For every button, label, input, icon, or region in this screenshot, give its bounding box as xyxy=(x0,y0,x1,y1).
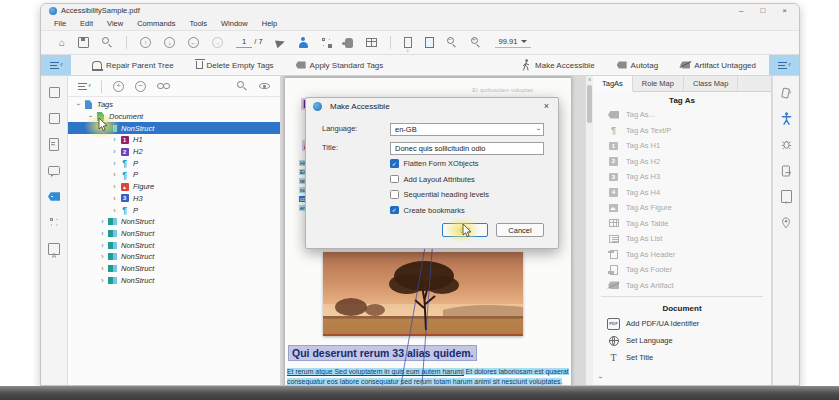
tag-as-h2-button[interactable]: 2Tag As H2 xyxy=(593,154,771,170)
menu-view[interactable]: View xyxy=(100,19,130,28)
file-alert-button[interactable]: ! xyxy=(780,190,793,203)
attachment-button[interactable] xyxy=(48,138,61,151)
hand-tool-button[interactable] xyxy=(345,38,353,48)
ok-button[interactable]: OK xyxy=(442,223,488,237)
device-rotate-button[interactable] xyxy=(780,86,793,99)
tree-item-tags[interactable]: ›Tags xyxy=(68,99,280,111)
tree-item-h2[interactable]: ›2H2 xyxy=(68,146,280,158)
title-input[interactable]: Donec quis sollicitudin odio xyxy=(390,142,544,155)
single-page-button[interactable] xyxy=(425,37,434,48)
save-button[interactable] xyxy=(78,37,89,48)
expand-all-button[interactable]: + xyxy=(113,81,124,92)
bug-button[interactable] xyxy=(780,138,793,151)
close-button[interactable]: × xyxy=(782,7,787,15)
tree-item-nonstruct[interactable]: ›NonStruct xyxy=(68,216,280,228)
tree-expand-arrow-icon[interactable]: › xyxy=(98,242,107,249)
tag-as-header-button[interactable]: Tag As Header xyxy=(593,247,771,263)
scroll-up-arrow-icon[interactable]: ∧ xyxy=(586,76,593,83)
tree-expand-arrow-icon[interactable]: › xyxy=(110,171,119,178)
menu-window[interactable]: Window xyxy=(214,19,255,28)
tree-expand-arrow-icon[interactable]: › xyxy=(98,125,107,132)
tag-as-table-button[interactable]: Tag As Table xyxy=(593,216,771,232)
search-icon[interactable] xyxy=(237,81,248,92)
previous-view-button[interactable]: ← xyxy=(188,37,199,48)
accessibility-active-button[interactable] xyxy=(780,112,793,125)
go-down-button[interactable]: ↓ xyxy=(164,37,175,48)
zoom-out-button[interactable]: − xyxy=(447,37,458,48)
tree-expand-arrow-icon[interactable]: › xyxy=(110,207,119,214)
artifact-untagged-button[interactable]: Artifact Untagged xyxy=(671,55,765,75)
tree-expand-arrow-icon[interactable]: › xyxy=(75,100,82,109)
tag-as-h1-button[interactable]: 1Tag As H1 xyxy=(593,138,771,154)
tree-item-nonstruct[interactable]: ›NonStruct xyxy=(68,122,280,134)
repair-parent-tree-button[interactable]: Repair Parent Tree xyxy=(83,55,183,75)
dialog-close-button[interactable]: × xyxy=(542,102,551,111)
checkbox-icon[interactable]: ✓ xyxy=(390,159,399,168)
menu-commands[interactable]: Commands xyxy=(130,19,182,28)
flatten-form-xobjects-checkbox[interactable]: ✓Flatten Form XObjects xyxy=(390,159,489,168)
tree-expand-arrow-icon[interactable]: › xyxy=(98,265,107,272)
tile-view-button[interactable] xyxy=(322,38,332,48)
pages-button[interactable] xyxy=(48,86,61,99)
comment-button[interactable] xyxy=(48,164,61,177)
checkbox-icon[interactable]: ✓ xyxy=(390,206,399,215)
menu-tools[interactable]: Tools xyxy=(183,19,215,28)
tag-as-figure-button[interactable]: Tag As Figure xyxy=(593,200,771,216)
tag-as-artifact-button[interactable]: Tag As Artifact xyxy=(593,278,771,294)
tree-item-document[interactable]: ›Document xyxy=(68,111,280,123)
tree-expand-arrow-icon[interactable]: › xyxy=(110,136,119,143)
vertical-scrollbar[interactable]: ∧ xyxy=(585,76,593,385)
set-title-button[interactable]: TSet Title xyxy=(593,349,771,366)
tab-role-map[interactable]: Role Map xyxy=(633,76,684,91)
tree-item-nonstruct[interactable]: ›NonStruct xyxy=(68,228,280,240)
layers-button[interactable] xyxy=(48,112,61,125)
tree-expand-arrow-icon[interactable]: › xyxy=(98,218,107,225)
person-tool-button[interactable] xyxy=(298,37,309,48)
collapse-all-button[interactable]: − xyxy=(135,81,146,92)
tree-expand-arrow-icon[interactable]: › xyxy=(87,112,94,121)
maximize-button[interactable]: □ xyxy=(760,7,765,15)
panel-collapse-left-button[interactable] xyxy=(41,55,71,75)
letter-a-button[interactable] xyxy=(48,242,61,255)
tag-as--button[interactable]: Tag As... xyxy=(593,107,771,123)
tree-expand-arrow-icon[interactable]: › xyxy=(110,195,119,202)
autotag-button[interactable]: Autotag xyxy=(608,55,668,75)
tree-item-nonstruct[interactable]: ›NonStruct xyxy=(68,239,280,251)
panel-collapse-right-button[interactable] xyxy=(769,55,799,75)
tree-item-p[interactable]: ›¶P xyxy=(68,157,280,169)
page-indicator[interactable]: 1/ 7 xyxy=(236,37,263,48)
link-icon[interactable] xyxy=(157,83,170,90)
tree-expand-arrow-icon[interactable]: › xyxy=(110,160,119,167)
minimize-button[interactable]: – xyxy=(739,7,743,15)
eye-icon[interactable] xyxy=(259,83,270,90)
create-bookmarks-checkbox[interactable]: ✓Create bookmarks xyxy=(390,206,489,215)
tree-item-nonstruct[interactable]: ›NonStruct xyxy=(68,263,280,275)
tag-as-list-button[interactable]: Tag As List xyxy=(593,231,771,247)
checkbox-icon[interactable] xyxy=(390,190,399,199)
sequential-heading-levels-checkbox[interactable]: Sequential heading levels xyxy=(390,190,489,199)
language-select[interactable]: en-GB › xyxy=(390,123,544,136)
tab-class-map[interactable]: Class Map xyxy=(684,76,738,91)
tree-expand-arrow-icon[interactable]: › xyxy=(98,277,107,284)
location-pin-button[interactable] xyxy=(780,216,793,229)
grid-squares-button[interactable] xyxy=(48,216,61,229)
tree-item-figure[interactable]: ›Figure xyxy=(68,181,280,193)
panel-scroll-chevron-icon[interactable]: › xyxy=(597,376,604,378)
checkbox-icon[interactable] xyxy=(390,175,399,184)
tab-tagas[interactable]: TagAs xyxy=(593,76,633,92)
tree-item-nonstruct[interactable]: ›NonStruct xyxy=(68,274,280,286)
tag-as-h3-button[interactable]: 3Tag As H3 xyxy=(593,169,771,185)
tree-item-h1[interactable]: ›1H1 xyxy=(68,134,280,146)
tree-expand-arrow-icon[interactable]: › xyxy=(98,230,107,237)
tree-item-h3[interactable]: ›3H3 xyxy=(68,193,280,205)
zoom-level-select[interactable]: 99.91 xyxy=(495,37,532,48)
tree-expand-arrow-icon[interactable]: › xyxy=(110,183,119,190)
cancel-button[interactable]: Cancel xyxy=(496,223,544,237)
apply-standard-tags-button[interactable]: Apply Standard Tags xyxy=(287,55,393,75)
tree-item-p[interactable]: ›¶P xyxy=(68,169,280,181)
menu-help[interactable]: Help xyxy=(255,19,284,28)
menu-file[interactable]: File xyxy=(47,19,73,28)
tree-item-p[interactable]: ›¶P xyxy=(68,204,280,216)
set-language-button[interactable]: Set Language xyxy=(593,332,771,349)
add-pdf-ua-identifier-button[interactable]: PDFAdd PDF/UA Identifier xyxy=(593,315,771,332)
